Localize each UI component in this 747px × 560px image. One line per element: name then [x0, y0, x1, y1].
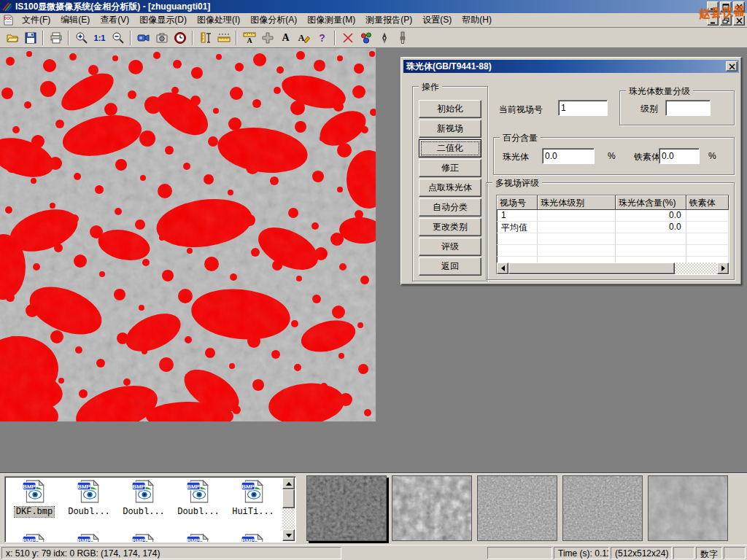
thumbnail-4[interactable]: [562, 475, 643, 541]
menu-settings[interactable]: 设置(S): [417, 12, 457, 28]
thumbnail-1[interactable]: [306, 475, 387, 541]
bottom-panel: DKF.bmp Doubl... Doubl... Doubl... HuiTi…: [0, 472, 747, 545]
scroll-up-button[interactable]: [282, 478, 295, 489]
file-name: Doubl...: [176, 507, 221, 517]
scroll-left-button[interactable]: [497, 262, 508, 274]
menu-image-processing[interactable]: 图像处理(I): [192, 12, 245, 28]
measure-label-button[interactable]: A: [240, 29, 258, 47]
caliper-button[interactable]: [196, 29, 214, 47]
header-level[interactable]: 珠光体级别: [538, 195, 616, 210]
thumbnail-3[interactable]: [477, 475, 557, 541]
header-pearlite[interactable]: 珠光体含量(%): [616, 195, 686, 210]
file-name: HuiTi...: [231, 507, 276, 517]
pearlite-label: 珠光体: [503, 151, 529, 163]
init-button[interactable]: 初始化: [419, 100, 481, 118]
save-button[interactable]: [21, 29, 39, 47]
correct-button[interactable]: 修正: [419, 159, 481, 177]
scroll-right-button[interactable]: [717, 262, 729, 274]
ferrite-percent-input[interactable]: [659, 148, 700, 164]
actual-size-button[interactable]: 1:1: [90, 29, 109, 47]
pearlite-percent-input[interactable]: [542, 148, 595, 164]
menu-edit[interactable]: 编辑(E): [55, 12, 95, 28]
pearlite-dialog: 珠光体(GB/T9441-88) 操作 初始化 新视场 二值化 修正 点取珠光体…: [400, 57, 742, 285]
micrograph-image[interactable]: [0, 48, 376, 421]
change-class-button[interactable]: 更改类别: [419, 218, 481, 236]
print-button[interactable]: [47, 29, 65, 47]
menu-view[interactable]: 查看(V): [95, 12, 134, 28]
help-button[interactable]: ?: [313, 29, 331, 47]
menu-help[interactable]: 帮助(H): [457, 12, 497, 28]
title-bar: IS100显微摄像系统(金相分析版) - [zhuguangti01]: [0, 0, 747, 13]
file-vscrollbar[interactable]: [282, 478, 295, 541]
dialog-title: 珠光体(GB/T9441-88): [406, 61, 492, 73]
file-item[interactable]: Doubl...: [63, 479, 115, 517]
table-row[interactable]: 平均值 0.0: [497, 222, 729, 233]
text-edit-button[interactable]: A: [295, 29, 313, 47]
grid-button[interactable]: [258, 29, 276, 47]
multi-view-group: 多视场评级 视场号 珠光体级别 珠光体含量(%) 铁素体 1 0.0: [486, 182, 735, 280]
status-empty-1: [487, 547, 552, 559]
scroll-thumb[interactable]: [508, 262, 675, 274]
file-name: Doubl...: [66, 507, 112, 517]
file-item[interactable]: Doubl...: [172, 479, 225, 517]
file-item[interactable]: Doubl...: [117, 479, 170, 517]
menu-measure-report[interactable]: 测量报告(P): [360, 12, 417, 28]
table-hscrollbar[interactable]: [497, 262, 729, 274]
rate-button[interactable]: 评级: [419, 238, 481, 256]
file-browser: DKF.bmp Doubl... Doubl... Doubl... HuiTi…: [4, 476, 296, 542]
clock-button[interactable]: [171, 29, 189, 47]
table-row-empty: [497, 233, 729, 245]
pick-pearlite-button[interactable]: 点取珠光体: [419, 179, 481, 197]
scroll-down-button[interactable]: [282, 529, 295, 541]
file-item-partial[interactable]: [227, 533, 279, 542]
level-input[interactable]: [665, 100, 711, 116]
svg-text:A: A: [247, 36, 252, 44]
scroll-thumb[interactable]: [282, 489, 295, 508]
toolbar-separator: [334, 31, 336, 45]
menu-image-display[interactable]: 图像显示(D): [134, 12, 192, 28]
menu-image-analysis[interactable]: 图像分析(A): [245, 12, 302, 28]
header-view[interactable]: 视场号: [497, 195, 538, 210]
toolbar-separator: [236, 31, 237, 45]
toolbar-separator: [68, 31, 69, 45]
classify-button[interactable]: [357, 29, 375, 47]
bmp-file-icon: [241, 479, 266, 504]
dialog-title-bar[interactable]: 珠光体(GB/T9441-88): [403, 60, 739, 73]
open-button[interactable]: [3, 29, 21, 47]
table-row[interactable]: 1 0.0: [497, 210, 729, 222]
file-name: DKF.bmp: [15, 507, 54, 517]
dialog-close-button[interactable]: [726, 61, 738, 71]
ruler-button[interactable]: [214, 29, 233, 47]
file-item[interactable]: HuiTi...: [227, 479, 279, 517]
zoom-out-button[interactable]: [109, 29, 127, 47]
dialog-body: 操作 初始化 新视场 二值化 修正 点取珠光体 自动分类 更改类别 评级 返回 …: [403, 73, 739, 283]
capture-camera-button[interactable]: [152, 29, 171, 47]
thumbnail-2[interactable]: [392, 475, 472, 541]
toolbar-separator: [192, 31, 193, 45]
pearlite-unit: %: [608, 151, 616, 161]
file-item[interactable]: DKF.bmp: [8, 479, 61, 517]
multi-view-group-label: 多视场评级: [492, 177, 542, 190]
brush-tool-button[interactable]: [393, 29, 411, 47]
scroll-track[interactable]: [508, 262, 717, 274]
file-item-partial[interactable]: [63, 533, 115, 542]
current-view-input[interactable]: [558, 100, 608, 116]
binarize-button[interactable]: 二值化: [419, 139, 481, 158]
thumbnail-5[interactable]: [648, 475, 728, 541]
doc-badge-label: DOC: [4, 17, 12, 20]
text-button[interactable]: A: [276, 29, 295, 47]
menu-file[interactable]: 文件(F): [17, 12, 55, 28]
new-view-button[interactable]: 新视场: [419, 120, 481, 138]
ferrite-unit: %: [708, 151, 716, 161]
zoom-in-button[interactable]: [72, 29, 90, 47]
file-item-partial[interactable]: [8, 533, 61, 542]
pen-tool-button[interactable]: [375, 29, 393, 47]
video-camera-button[interactable]: [134, 29, 152, 47]
auto-classify-button[interactable]: 自动分类: [419, 198, 481, 217]
header-ferrite[interactable]: 铁素体: [686, 195, 729, 210]
curve-tool-button[interactable]: [338, 29, 357, 47]
menu-image-measure[interactable]: 图像测量(M): [302, 12, 360, 28]
return-button[interactable]: 返回: [419, 257, 481, 276]
file-item-partial[interactable]: [117, 533, 170, 542]
file-item-partial[interactable]: [172, 533, 225, 542]
